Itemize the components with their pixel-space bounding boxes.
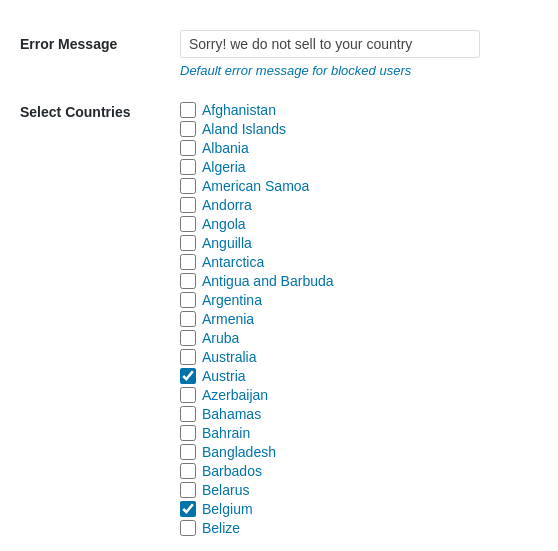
country-name: Albania <box>202 140 249 156</box>
country-checkbox-armenia[interactable] <box>180 311 196 327</box>
country-checkbox-aland-islands[interactable] <box>180 121 196 137</box>
country-item[interactable]: Belize <box>180 520 538 536</box>
country-name: Algeria <box>202 159 246 175</box>
country-name: Aland Islands <box>202 121 286 137</box>
country-item[interactable]: Azerbaijan <box>180 387 538 403</box>
country-checkbox-belarus[interactable] <box>180 482 196 498</box>
country-checkbox-anguilla[interactable] <box>180 235 196 251</box>
country-checkbox-afghanistan[interactable] <box>180 102 196 118</box>
country-name: Andorra <box>202 197 252 213</box>
country-item[interactable]: Andorra <box>180 197 538 213</box>
country-name: Afghanistan <box>202 102 276 118</box>
country-checkbox-american-samoa[interactable] <box>180 178 196 194</box>
country-item[interactable]: Barbados <box>180 463 538 479</box>
country-name: Angola <box>202 216 246 232</box>
country-checkbox-bahamas[interactable] <box>180 406 196 422</box>
settings-page: Error Message Default error message for … <box>0 0 558 551</box>
country-item[interactable]: Aland Islands <box>180 121 538 137</box>
country-name: Antarctica <box>202 254 264 270</box>
country-checkbox-bahrain[interactable] <box>180 425 196 441</box>
country-item[interactable]: Austria <box>180 368 538 384</box>
country-item[interactable]: Angola <box>180 216 538 232</box>
country-item[interactable]: Bahrain <box>180 425 538 441</box>
error-message-hint: Default error message for blocked users <box>180 63 538 78</box>
country-item[interactable]: Aruba <box>180 330 538 346</box>
country-item[interactable]: Belarus <box>180 482 538 498</box>
country-item[interactable]: American Samoa <box>180 178 538 194</box>
country-checkbox-argentina[interactable] <box>180 292 196 308</box>
country-name: Belize <box>202 520 240 536</box>
country-item[interactable]: Antarctica <box>180 254 538 270</box>
country-name: Aruba <box>202 330 239 346</box>
country-name: Belarus <box>202 482 249 498</box>
country-name: Austria <box>202 368 246 384</box>
country-item[interactable]: Bahamas <box>180 406 538 422</box>
country-name: Barbados <box>202 463 262 479</box>
country-checkbox-barbados[interactable] <box>180 463 196 479</box>
country-name: Anguilla <box>202 235 252 251</box>
country-checkbox-angola[interactable] <box>180 216 196 232</box>
countries-list: AfghanistanAland IslandsAlbaniaAlgeriaAm… <box>180 102 538 536</box>
country-checkbox-azerbaijan[interactable] <box>180 387 196 403</box>
country-checkbox-albania[interactable] <box>180 140 196 156</box>
country-checkbox-aruba[interactable] <box>180 330 196 346</box>
country-item[interactable]: Afghanistan <box>180 102 538 118</box>
country-item[interactable]: Australia <box>180 349 538 365</box>
country-checkbox-austria[interactable] <box>180 368 196 384</box>
country-checkbox-andorra[interactable] <box>180 197 196 213</box>
error-message-label: Error Message <box>20 30 180 52</box>
country-name: American Samoa <box>202 178 309 194</box>
error-message-content: Default error message for blocked users <box>180 30 538 78</box>
country-name: Azerbaijan <box>202 387 268 403</box>
country-item[interactable]: Belgium <box>180 501 538 517</box>
country-checkbox-belgium[interactable] <box>180 501 196 517</box>
country-name: Bahamas <box>202 406 261 422</box>
select-countries-label: Select Countries <box>20 102 180 120</box>
country-item[interactable]: Anguilla <box>180 235 538 251</box>
country-item[interactable]: Bangladesh <box>180 444 538 460</box>
country-checkbox-antigua-and-barbuda[interactable] <box>180 273 196 289</box>
error-message-row: Error Message Default error message for … <box>0 20 558 88</box>
country-checkbox-australia[interactable] <box>180 349 196 365</box>
country-name: Australia <box>202 349 256 365</box>
country-checkbox-bangladesh[interactable] <box>180 444 196 460</box>
country-name: Belgium <box>202 501 253 517</box>
country-checkbox-belize[interactable] <box>180 520 196 536</box>
country-item[interactable]: Antigua and Barbuda <box>180 273 538 289</box>
country-name: Argentina <box>202 292 262 308</box>
country-checkbox-algeria[interactable] <box>180 159 196 175</box>
select-countries-section: Select Countries AfghanistanAland Island… <box>0 92 558 546</box>
country-item[interactable]: Argentina <box>180 292 538 308</box>
country-item[interactable]: Armenia <box>180 311 538 327</box>
country-item[interactable]: Albania <box>180 140 538 156</box>
error-message-input[interactable] <box>180 30 480 58</box>
country-name: Armenia <box>202 311 254 327</box>
country-name: Antigua and Barbuda <box>202 273 334 289</box>
country-checkbox-antarctica[interactable] <box>180 254 196 270</box>
country-item[interactable]: Algeria <box>180 159 538 175</box>
country-name: Bangladesh <box>202 444 276 460</box>
country-name: Bahrain <box>202 425 250 441</box>
